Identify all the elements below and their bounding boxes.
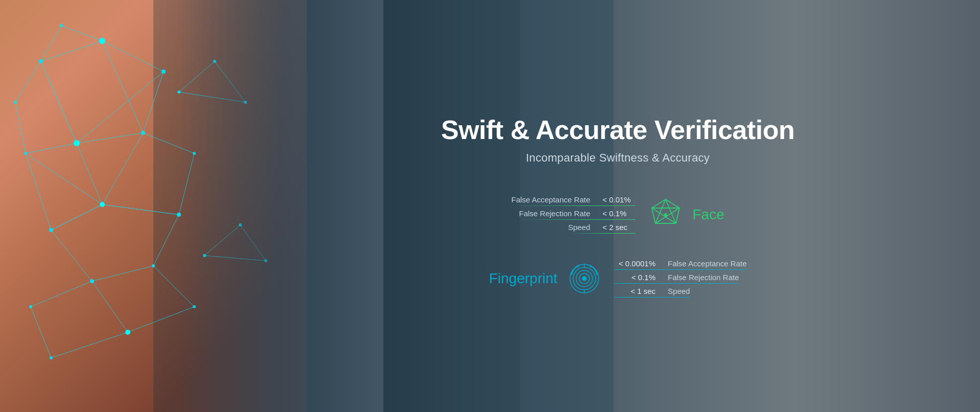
face-speed-label: Speed — [568, 223, 595, 232]
svg-point-38 — [39, 59, 43, 63]
svg-line-7 — [77, 72, 164, 143]
svg-line-8 — [26, 143, 77, 153]
svg-line-36 — [15, 61, 41, 102]
fp-frr-label: False Rejection Rate — [665, 273, 739, 282]
fingerprint-stats: < 0.0001% False Acceptance Rate < 0.1% F… — [614, 259, 746, 297]
fingerprint-row: Fingerprint — [419, 259, 817, 297]
svg-line-35 — [61, 26, 102, 41]
fp-stat-frr: < 0.1% False Rejection Rate — [614, 273, 739, 284]
page-subtitle: Incomparable Swiftness & Accuracy — [526, 151, 710, 165]
svg-line-22 — [92, 281, 128, 332]
svg-line-1 — [102, 41, 164, 72]
face-stat-far: False Acceptance Rate < 0.01% — [511, 195, 635, 206]
svg-point-53 — [50, 356, 53, 359]
svg-line-5 — [41, 61, 77, 143]
svg-point-54 — [60, 24, 63, 27]
fp-far-value: < 0.0001% — [614, 259, 660, 268]
fp-frr-value: < 0.1% — [614, 273, 660, 282]
face-far-label: False Acceptance Rate — [511, 195, 595, 204]
svg-marker-66 — [652, 199, 679, 223]
svg-point-64 — [100, 202, 105, 207]
svg-line-2 — [143, 72, 164, 133]
face-recognition-icon — [648, 197, 683, 233]
fp-stat-speed: < 1 sec Speed — [614, 287, 690, 297]
face-frr-label: False Rejection Rate — [519, 209, 595, 218]
svg-line-26 — [31, 307, 51, 358]
face-frr-value: < 0.1% — [600, 209, 635, 218]
svg-line-27 — [51, 332, 128, 358]
fp-far-label: False Acceptance Rate — [665, 259, 746, 268]
svg-line-20 — [102, 204, 179, 215]
face-speed-value: < 2 sec — [600, 223, 635, 232]
svg-line-3 — [77, 133, 143, 143]
main-content: Swift & Accurate Verification Incomparab… — [266, 0, 980, 412]
fp-speed-label: Speed — [665, 287, 690, 295]
svg-point-40 — [162, 70, 166, 74]
face-label: Face — [693, 207, 724, 223]
face-icon-container: Face — [648, 197, 724, 233]
face-stat-frr: False Rejection Rate < 0.1% — [519, 209, 635, 220]
svg-point-77 — [582, 277, 586, 281]
face-row: False Acceptance Rate < 0.01% False Reje… — [419, 195, 817, 234]
fp-stat-far: < 0.0001% False Acceptance Rate — [614, 259, 746, 270]
svg-point-55 — [14, 101, 17, 104]
svg-line-6 — [102, 41, 143, 133]
svg-point-52 — [29, 305, 32, 308]
svg-point-45 — [49, 228, 53, 232]
svg-line-18 — [92, 266, 153, 281]
face-stat-speed: Speed < 2 sec — [568, 223, 635, 234]
svg-point-63 — [74, 140, 80, 146]
svg-point-43 — [24, 152, 27, 155]
fp-speed-value: < 1 sec — [614, 287, 660, 295]
svg-line-0 — [41, 41, 102, 61]
svg-line-16 — [102, 133, 143, 204]
svg-point-65 — [125, 330, 130, 335]
svg-line-12 — [26, 153, 102, 204]
face-stats: False Acceptance Rate < 0.01% False Reje… — [511, 195, 635, 234]
fingerprint-label: Fingerprint — [489, 270, 557, 287]
svg-point-49 — [152, 264, 155, 267]
svg-line-21 — [51, 204, 102, 230]
svg-point-41 — [141, 131, 145, 135]
svg-point-48 — [90, 279, 94, 283]
stats-container: False Acceptance Rate < 0.01% False Reje… — [419, 195, 817, 297]
svg-line-34 — [41, 26, 61, 61]
page-title: Swift & Accurate Verification — [441, 115, 795, 145]
svg-line-37 — [15, 102, 26, 153]
svg-line-19 — [153, 215, 179, 266]
svg-point-72 — [665, 214, 667, 216]
svg-line-9 — [77, 143, 102, 204]
fingerprint-icon — [566, 261, 602, 296]
face-far-value: < 0.01% — [600, 195, 635, 204]
page-container: Swift & Accurate Verification Incomparab… — [0, 0, 980, 412]
svg-line-11 — [26, 153, 51, 230]
svg-line-25 — [31, 281, 92, 307]
svg-line-17 — [51, 230, 92, 281]
svg-point-62 — [99, 38, 105, 44]
